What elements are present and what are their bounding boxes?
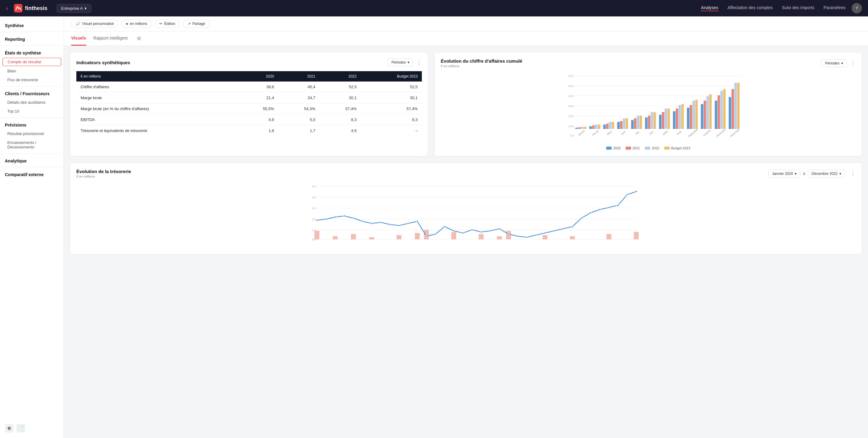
svg-point-121 (498, 228, 500, 230)
indicators-table: € en millions 2020 2021 2022 Budget 2023… (76, 71, 422, 136)
svg-rect-46 (687, 108, 689, 129)
svg-rect-43 (676, 108, 678, 129)
btn-partage[interactable]: ↗ Partage (183, 20, 210, 28)
svg-text:Mars: Mars (607, 130, 612, 136)
barchart-svg: 60,0 50,0 40,0 30,0 20,0 10,0 0,0 Janvie… (453, 73, 856, 143)
tab-visuels[interactable]: Visuels (71, 31, 86, 45)
sidebar-item-resultat-previsionnel[interactable]: Résultat prévisionnel (0, 129, 64, 138)
svg-point-130 (581, 217, 582, 219)
svg-rect-16 (581, 127, 584, 129)
tresorerie-from-btn[interactable]: Janvier 2020 ▾ (768, 170, 801, 178)
company-button[interactable]: Entreprise A ▾ (57, 4, 91, 13)
barchart-menu-icon[interactable]: ⋮ (850, 60, 856, 67)
btn-en-millions[interactable]: ● en millions (121, 20, 152, 28)
svg-point-106 (362, 221, 364, 222)
svg-rect-33 (640, 116, 642, 129)
tresorerie-subtitle: € en millions (76, 175, 131, 178)
indicators-period-btn[interactable]: Périodes ▾ (388, 58, 413, 66)
barchart-legend: 2020 2021 2022 Budget 2023 (441, 146, 856, 150)
avatar[interactable]: ? (851, 3, 862, 13)
btn-edition[interactable]: ✏ Édition (155, 20, 180, 28)
svg-rect-88 (351, 234, 356, 240)
tresorerie-card: Évolution de la trésorerie € en millions… (70, 162, 862, 255)
svg-point-133 (608, 207, 610, 208)
sidebar-section-etats: États de synthèse (0, 48, 64, 57)
tresorerie-card-header: Évolution de la trésorerie € en millions… (76, 169, 856, 178)
topnav-links: Analyses Affectation des comptes Suivi d… (701, 5, 845, 11)
svg-rect-18 (589, 126, 592, 129)
sidebar-item-flux-tresorerie[interactable]: Flux de trésorerie (0, 75, 64, 84)
svg-rect-34 (645, 117, 648, 129)
svg-rect-54 (715, 101, 717, 129)
sidebar-item-top10[interactable]: Top 10 (0, 107, 64, 116)
nav-analyses[interactable]: Analyses (701, 5, 718, 11)
svg-rect-35 (648, 116, 651, 129)
sidebar-item-bilan[interactable]: Bilan (0, 67, 64, 75)
svg-rect-47 (690, 105, 692, 129)
svg-rect-44 (679, 105, 681, 129)
sidebar-item-details-auxiliaires[interactable]: Détails des auxiliaires (0, 98, 64, 107)
legend-2022: 2022 (645, 146, 659, 150)
svg-text:Décembre: Décembre (730, 128, 740, 137)
svg-rect-55 (718, 95, 720, 129)
svg-rect-42 (673, 111, 676, 129)
svg-point-101 (316, 219, 318, 221)
svg-text:5,0: 5,0 (312, 185, 316, 188)
svg-rect-30 (631, 120, 634, 129)
svg-rect-94 (479, 234, 484, 240)
svg-text:Septembre: Septembre (688, 128, 699, 138)
barchart-subtitle: € en millions (441, 64, 522, 68)
col-header-2020: 2020 (237, 71, 278, 82)
sidebar-section-previsions: Prévisions (0, 120, 64, 129)
settings-icon[interactable]: ⚙ (5, 424, 13, 433)
svg-point-115 (444, 226, 445, 227)
tresorerie-to-btn[interactable]: Décembre 2022 ▾ (808, 170, 845, 178)
barchart-period-btn[interactable]: Périodes ▾ (821, 59, 847, 67)
btn-visuel-personnalise[interactable]: 📈 Visuel personnalisé (71, 20, 118, 28)
sidebar: Synthèse Reporting États de synthèse Com… (0, 17, 64, 438)
svg-text:50,0: 50,0 (569, 85, 574, 88)
toolbar: 📈 Visuel personnalisé ● en millions ✏ Éd… (64, 17, 868, 31)
table-row: Chiffre d'affaires38,645,452,552,5 (76, 82, 422, 92)
file-icon[interactable]: 📄 (17, 424, 25, 433)
svg-rect-58 (729, 97, 731, 129)
svg-point-120 (489, 230, 491, 232)
svg-point-103 (334, 216, 336, 218)
nav-suivi-imports[interactable]: Suivi des imports (782, 5, 814, 11)
svg-rect-14 (576, 128, 578, 129)
svg-text:Février: Février (592, 129, 599, 136)
tresorerie-menu-icon[interactable]: ⋮ (850, 170, 856, 177)
legend-2020: 2020 (606, 146, 620, 150)
company-selector[interactable]: Entreprise A ▾ (57, 4, 91, 13)
svg-point-109 (389, 224, 391, 225)
legend-2021: 2021 (626, 146, 640, 150)
tab-rapport-intelligent[interactable]: Rapport intelligent (93, 31, 128, 45)
svg-rect-61 (737, 83, 740, 129)
sidebar-section-synthese: Synthèse (0, 20, 64, 30)
svg-point-136 (636, 191, 637, 192)
svg-rect-23 (606, 124, 609, 129)
table-row: EBITDA4,95,08,38,3 (76, 114, 422, 125)
nav-affectation[interactable]: Affectation des comptes (727, 5, 773, 11)
svg-point-116 (453, 230, 455, 232)
table-row: Trésorerie et équivalents de trésorerie1… (76, 125, 422, 136)
sidebar-item-encaissements[interactable]: Encaissements / Décaissements (0, 138, 64, 152)
indicators-menu-icon[interactable]: ⋮ (416, 59, 422, 66)
sidebar-item-compte-resultat[interactable]: Compte de résultat (2, 58, 61, 66)
svg-point-110 (398, 225, 400, 227)
row-1: Indicateurs synthétiques Périodes ▾ ⋮ (70, 52, 862, 156)
svg-text:Avril: Avril (621, 130, 626, 136)
svg-rect-36 (651, 112, 653, 129)
svg-rect-100 (634, 232, 639, 240)
svg-text:Janvier: Janvier (578, 129, 586, 136)
sidebar-section-comparatif: Comparatif externe (0, 169, 64, 179)
svg-rect-97 (542, 235, 548, 239)
back-button[interactable]: ‹ (6, 5, 8, 11)
svg-rect-53 (709, 94, 712, 129)
legend-budget2023: Budget 2023 (664, 146, 690, 150)
nav-parametres[interactable]: Paramètres (824, 5, 845, 11)
tab-settings-icon[interactable]: ⚙ (137, 31, 141, 45)
svg-rect-38 (659, 115, 661, 129)
svg-text:40,0: 40,0 (569, 95, 574, 98)
sidebar-section-reporting: Reporting (0, 34, 64, 43)
